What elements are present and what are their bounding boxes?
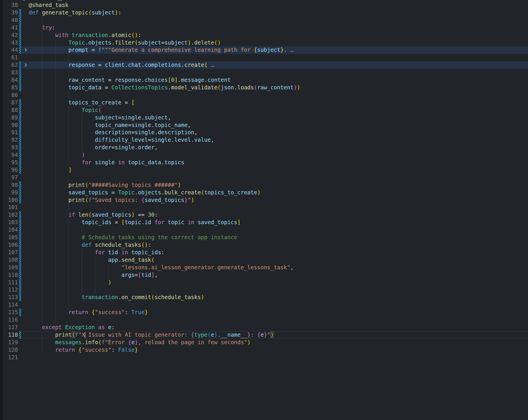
code-text[interactable]: print(f"Saved topics: {saved_topics}"): [29, 196, 528, 204]
code-line[interactable]: 42 with transaction.atomic():: [0, 32, 528, 39]
line-number[interactable]: 93: [0, 144, 18, 151]
code-text[interactable]: [29, 174, 528, 181]
line-number[interactable]: 42: [0, 32, 18, 39]
line-number[interactable]: 115: [0, 309, 18, 316]
code-text[interactable]: [29, 69, 528, 76]
code-line[interactable]: 100 print(f"Saved topics: {saved_topics}…: [0, 196, 528, 204]
code-line[interactable]: 115 return {"success": True}: [0, 309, 528, 316]
code-line[interactable]: 92 difficulty_level=single.level.value,: [0, 136, 528, 144]
code-line[interactable]: 41 try:: [0, 24, 528, 32]
line-number[interactable]: 110: [0, 271, 18, 279]
line-number[interactable]: 94: [0, 151, 18, 159]
fold-chevron-icon[interactable]: ❯: [23, 61, 28, 69]
code-line[interactable]: 102 if len(saved_topics) == 30:: [0, 211, 528, 219]
code-line[interactable]: 62❯ response = client.chat.completions.c…: [0, 61, 528, 69]
code-text[interactable]: [29, 301, 528, 309]
line-number[interactable]: 95: [0, 159, 18, 166]
code-text[interactable]: topic_ids = [topic.id for topic in saved…: [29, 219, 528, 226]
code-line[interactable]: 85 topic_data = CollectionsTopics.model_…: [0, 84, 528, 91]
line-number[interactable]: 92: [0, 136, 18, 144]
code-text[interactable]: for single in topic_data.topics: [29, 159, 528, 166]
code-line[interactable]: 116: [0, 316, 528, 324]
line-number[interactable]: 90: [0, 121, 18, 129]
code-text[interactable]: transaction.on_commit(schedule_tasks): [29, 294, 528, 301]
code-text[interactable]: ]: [29, 166, 528, 174]
code-line[interactable]: 118 print(f"X Issue with AI topic genera…: [0, 331, 528, 339]
line-number[interactable]: 106: [0, 241, 18, 249]
code-text[interactable]: except Exception as e:: [29, 324, 528, 331]
code-text[interactable]: [29, 204, 528, 211]
code-text[interactable]: try:: [29, 24, 528, 32]
code-text[interactable]: def generate_topic(subject):: [29, 9, 528, 16]
code-line[interactable]: 38@shared_task: [0, 1, 528, 9]
code-text[interactable]: ): [29, 279, 528, 286]
line-number[interactable]: 43: [0, 39, 18, 47]
code-text[interactable]: subject=single.subject,: [29, 114, 528, 121]
code-text[interactable]: messages.info(f"Error {e}, reload the pa…: [29, 339, 528, 346]
code-text[interactable]: [29, 354, 528, 361]
code-text[interactable]: difficulty_level=single.level.value,: [29, 136, 528, 144]
line-number[interactable]: 116: [0, 316, 18, 324]
code-text[interactable]: args=[tid],: [29, 271, 528, 279]
code-text[interactable]: topic_name=single.topic_name,: [29, 121, 528, 129]
code-text[interactable]: Topic(: [29, 106, 528, 114]
code-line[interactable]: 117 except Exception as e:: [0, 324, 528, 331]
code-text[interactable]: if len(saved_topics) == 30:: [29, 211, 528, 219]
code-line[interactable]: 95 for single in topic_data.topics: [0, 159, 528, 166]
line-number[interactable]: 102: [0, 211, 18, 219]
line-number[interactable]: 87: [0, 99, 18, 106]
line-number[interactable]: 100: [0, 196, 18, 204]
code-text[interactable]: [29, 16, 528, 24]
code-text[interactable]: [29, 54, 528, 61]
line-number[interactable]: 88: [0, 106, 18, 114]
line-number[interactable]: 83: [0, 69, 18, 76]
line-number[interactable]: 105: [0, 234, 18, 241]
line-number[interactable]: 120: [0, 346, 18, 354]
line-number[interactable]: 39: [0, 9, 18, 16]
code-line[interactable]: 94 ): [0, 151, 528, 159]
code-line[interactable]: 105 # Schedule tasks using the correct a…: [0, 234, 528, 241]
code-line[interactable]: 106 def schedule_tasks():: [0, 241, 528, 249]
line-number[interactable]: 91: [0, 129, 18, 136]
code-line[interactable]: 121: [0, 354, 528, 361]
code-line[interactable]: 103 topic_ids = [topic.id for topic in s…: [0, 219, 528, 226]
line-number[interactable]: 84: [0, 76, 18, 84]
line-number[interactable]: 89: [0, 114, 18, 121]
code-text[interactable]: topic_data = CollectionsTopics.model_val…: [29, 84, 528, 91]
line-number[interactable]: 101: [0, 204, 18, 211]
line-number[interactable]: 112: [0, 286, 18, 294]
code-line[interactable]: 90 topic_name=single.topic_name,: [0, 121, 528, 129]
line-number[interactable]: 40: [0, 16, 18, 24]
line-number[interactable]: 113: [0, 294, 18, 301]
code-text[interactable]: order=single.order,: [29, 144, 528, 151]
code-text[interactable]: prompt = f"""Generate a comprehensive le…: [29, 46, 528, 54]
line-number[interactable]: 86: [0, 91, 18, 99]
code-line[interactable]: 120 return {"success": False}: [0, 346, 528, 354]
line-number[interactable]: 38: [0, 1, 18, 9]
code-line[interactable]: 110 args=[tid],: [0, 271, 528, 279]
line-number[interactable]: 97: [0, 174, 18, 181]
code-text[interactable]: return {"success": True}: [29, 309, 528, 316]
line-number[interactable]: 61: [0, 54, 18, 61]
code-line[interactable]: 108 app.send_task(: [0, 256, 528, 264]
code-text[interactable]: raw_content = response.choices[0].messag…: [29, 76, 528, 84]
code-line[interactable]: 40: [0, 16, 528, 24]
code-text[interactable]: description=single.description,: [29, 129, 528, 136]
code-line[interactable]: 87 topics_to_create = [: [0, 99, 528, 106]
line-number[interactable]: 62: [0, 61, 18, 69]
code-text[interactable]: with transaction.atomic():: [29, 32, 528, 39]
code-text[interactable]: # Schedule tasks using the correct app i…: [29, 234, 528, 241]
code-line[interactable]: 96 ]: [0, 166, 528, 174]
code-text[interactable]: [29, 316, 528, 324]
line-number[interactable]: 108: [0, 256, 18, 264]
code-text[interactable]: ): [29, 151, 528, 159]
code-text[interactable]: response = client.chat.completions.creat…: [29, 61, 528, 69]
code-line[interactable]: 113 transaction.on_commit(schedule_tasks…: [0, 294, 528, 301]
line-number[interactable]: 103: [0, 219, 18, 226]
line-number[interactable]: 85: [0, 84, 18, 91]
code-text[interactable]: saved_topics = Topic.objects.bulk_create…: [29, 189, 528, 196]
code-line[interactable]: 89 subject=single.subject,: [0, 114, 528, 121]
code-text[interactable]: topics_to_create = [: [29, 99, 528, 106]
line-number[interactable]: 98: [0, 181, 18, 189]
code-line[interactable]: 112: [0, 286, 528, 294]
